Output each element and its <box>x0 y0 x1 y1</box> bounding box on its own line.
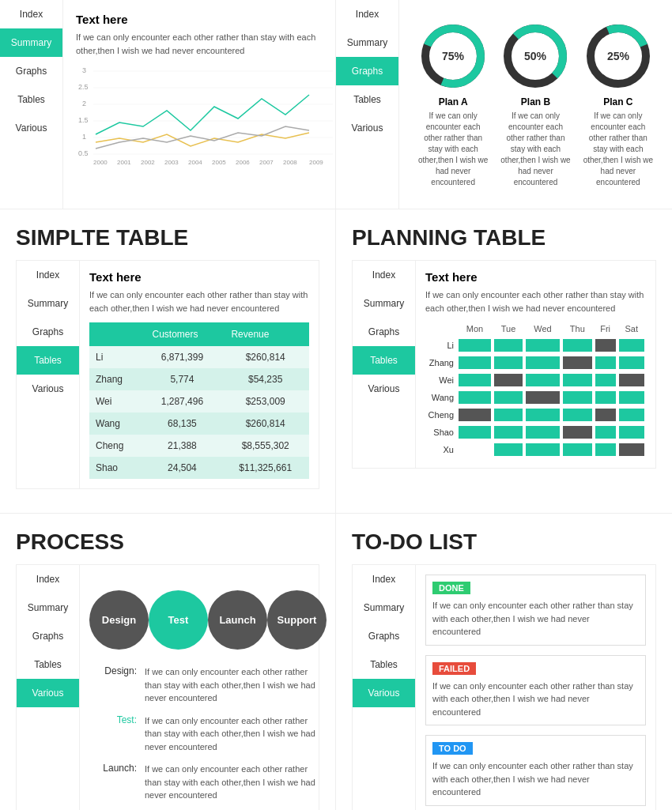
step-design: Design <box>89 590 149 650</box>
todo-item: FAILED If we can only encounter each oth… <box>425 655 646 726</box>
process-step-text: If we can only encounter each other rath… <box>145 763 327 802</box>
st-subtitle: If we can only encounter each other rath… <box>89 288 309 315</box>
sidebar-item-various-r1[interactable]: Various <box>336 114 398 142</box>
line-chart: 3 2.5 2 1.5 1 0.5 2000 2001 2002 <box>76 63 337 168</box>
col-customers: Customers <box>142 322 221 346</box>
planning-row: Zhang <box>425 354 646 371</box>
todo-text: If we can only encounter each other rath… <box>432 759 639 799</box>
todo-item: TO DO If we can only encounter each othe… <box>425 735 646 806</box>
svg-text:2000: 2000 <box>93 159 108 166</box>
process-step-text: If we can only encounter each other rath… <box>145 714 327 754</box>
day-sat: Sat <box>617 321 646 337</box>
svg-text:1.5: 1.5 <box>78 116 89 124</box>
svg-text:2.5: 2.5 <box>78 83 89 91</box>
col-revenue: Revenue <box>221 322 309 346</box>
svg-text:0.5: 0.5 <box>78 149 89 157</box>
sidebar-item-summary-r1[interactable]: Summary <box>336 28 398 57</box>
graphs-title: Text here <box>76 13 337 26</box>
sidebar-item-tables-r1[interactable]: Tables <box>336 85 398 114</box>
svg-text:2005: 2005 <box>212 159 226 166</box>
day-tue: Tue <box>493 321 524 337</box>
process-step-label: Design: <box>89 665 145 705</box>
table-row: Wang68,135$260,814 <box>89 413 309 435</box>
proc-nav-graphs[interactable]: Graphs <box>17 622 79 650</box>
todo-nav-graphs[interactable]: Graphs <box>353 622 415 650</box>
planning-row: Wang <box>425 389 646 406</box>
sidebar-item-index-r1[interactable]: Index <box>336 0 398 28</box>
pt-nav-graphs[interactable]: Graphs <box>353 318 415 346</box>
plan-b: 50% Plan B If we can only encounter each… <box>499 21 573 188</box>
table-row: Cheng21,388$8,555,302 <box>89 435 309 457</box>
simple-table-title: SIMPLTE TABLE <box>16 225 319 251</box>
planning-row: Cheng <box>425 406 646 424</box>
svg-text:2006: 2006 <box>236 159 250 166</box>
sidebar-item-graphs-r1[interactable]: Graphs <box>336 57 398 85</box>
pt-nav-index[interactable]: Index <box>353 261 415 289</box>
sidebar-item-various-1[interactable]: Various <box>0 114 62 142</box>
todo-badge: TO DO <box>432 742 473 755</box>
day-thu: Thu <box>561 321 594 337</box>
process-step-text: If we can only encounter each other rath… <box>145 665 327 705</box>
sidebar-item-tables-1[interactable]: Tables <box>0 85 62 114</box>
svg-text:2008: 2008 <box>283 159 297 166</box>
proc-nav-index[interactable]: Index <box>17 565 79 593</box>
svg-text:75%: 75% <box>442 50 465 62</box>
todo-badge: DONE <box>432 582 470 594</box>
plan-c-desc: If we can only encounter each other rath… <box>581 111 655 188</box>
todo-text: If we can only encounter each other rath… <box>432 680 639 719</box>
sidebar-item-summary-1[interactable]: Summary <box>0 28 62 57</box>
svg-text:2009: 2009 <box>309 159 323 166</box>
todo-nav-various[interactable]: Various <box>353 679 415 707</box>
todo-badge: FAILED <box>432 662 476 675</box>
svg-text:2004: 2004 <box>188 159 202 166</box>
sidebar-item-index-1[interactable]: Index <box>0 0 62 28</box>
process-step-row: Test: If we can only encounter each othe… <box>89 714 327 754</box>
left-sidebar-1: Index Summary Graphs Tables Various <box>0 0 63 209</box>
process-title: PROCESS <box>16 529 319 555</box>
pt-nav-tables[interactable]: Tables <box>353 346 415 375</box>
plan-b-desc: If we can only encounter each other rath… <box>499 111 573 188</box>
planning-row: Xu <box>425 441 646 458</box>
svg-text:25%: 25% <box>607 50 630 62</box>
pt-nav-summary[interactable]: Summary <box>353 289 415 318</box>
svg-text:2001: 2001 <box>117 159 131 166</box>
todo-item: DONE If we can only encounter each other… <box>425 575 646 646</box>
proc-nav-various[interactable]: Various <box>17 679 79 707</box>
svg-text:2002: 2002 <box>141 159 155 166</box>
graphs-left-content: Text here If we can only encounter each … <box>63 0 349 209</box>
sidebar-item-graphs-1[interactable]: Graphs <box>0 57 62 85</box>
planning-table-title: PLANNING TABLE <box>352 225 656 251</box>
pt-nav-various[interactable]: Various <box>353 375 415 403</box>
table-row: Zhang5,774$54,235 <box>89 368 309 390</box>
process-step-label: Launch: <box>89 763 145 802</box>
todo-list-content: DONE If we can only encounter each other… <box>416 565 655 810</box>
planning-row: Li <box>425 337 646 354</box>
process-step-row: Design: If we can only encounter each ot… <box>89 665 327 705</box>
step-support: Support <box>267 590 327 650</box>
day-mon: Mon <box>457 321 493 337</box>
todo-nav-tables[interactable]: Tables <box>353 650 415 679</box>
proc-nav-summary[interactable]: Summary <box>17 593 79 622</box>
step-launch: Launch <box>208 590 267 650</box>
simple-table: Customers Revenue Li6,871,399$260,814Zha… <box>89 322 309 479</box>
table-row: Li6,871,399$260,814 <box>89 346 309 368</box>
process-circles: Design Test Launch Support <box>89 590 327 650</box>
st-text-here: Text here <box>89 270 309 284</box>
st-nav-graphs[interactable]: Graphs <box>17 318 79 346</box>
st-nav-index[interactable]: Index <box>17 261 79 289</box>
proc-nav-tables[interactable]: Tables <box>17 650 79 679</box>
pt-subtitle: If we can only encounter each other rath… <box>425 288 646 315</box>
todo-nav-summary[interactable]: Summary <box>353 593 415 622</box>
st-nav-tables[interactable]: Tables <box>17 346 79 375</box>
day-wed: Wed <box>524 321 561 337</box>
donut-content: 75% Plan A If we can only encounter each… <box>399 0 672 209</box>
svg-text:2007: 2007 <box>259 159 274 166</box>
svg-text:1: 1 <box>82 133 86 141</box>
table-row: Wei1,287,496$253,009 <box>89 390 309 413</box>
plan-b-label: Plan B <box>499 96 573 107</box>
todo-nav-index[interactable]: Index <box>353 565 415 593</box>
day-fri: Fri <box>594 321 617 337</box>
st-nav-summary[interactable]: Summary <box>17 289 79 318</box>
st-nav-various[interactable]: Various <box>17 375 79 403</box>
process-step-row: Launch: If we can only encounter each ot… <box>89 763 327 802</box>
